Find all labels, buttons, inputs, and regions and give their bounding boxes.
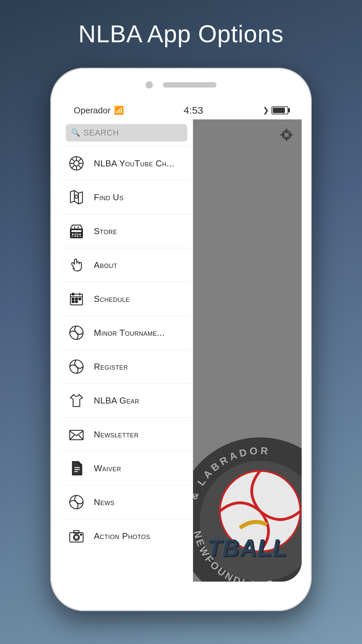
search-icon: 🔍 xyxy=(71,128,80,137)
svg-marker-10 xyxy=(70,191,82,204)
menu-label-register: Register xyxy=(94,362,128,372)
svg-point-43 xyxy=(74,535,78,539)
svg-rect-44 xyxy=(74,531,79,533)
search-bar[interactable]: 🔍 Search xyxy=(66,124,187,142)
menu-label-nlba-gear: NLBA Gear xyxy=(94,395,139,406)
svg-point-45 xyxy=(80,534,82,535)
right-panel: & LABRADOR NEWFOUNDLAND TBALL xyxy=(193,119,302,582)
menu-label-youtube: NLBA YouTube Ch... xyxy=(94,158,174,169)
menu-label-minor-tournament: Minor Tourname... xyxy=(94,328,165,338)
status-bar: Operador 📶 4:53 ❯ xyxy=(60,99,302,119)
sidebar-menu: 🔍 Search xyxy=(60,119,193,582)
svg-line-6 xyxy=(71,158,74,161)
status-bar-time: 4:53 xyxy=(184,105,203,116)
menu-item-find-us[interactable]: Find Us xyxy=(60,180,193,214)
envelope-icon xyxy=(67,425,86,444)
tball-text: TBALL xyxy=(193,535,302,561)
speaker-bar xyxy=(163,82,217,88)
menu-label-find-us: Find Us xyxy=(94,192,123,203)
menu-label-news: News xyxy=(94,497,115,507)
svg-rect-30 xyxy=(79,298,81,300)
svg-rect-31 xyxy=(72,301,74,303)
phone-screen: Operador 📶 4:53 ❯ 🔍 Search xyxy=(60,99,302,582)
store-icon xyxy=(67,222,86,240)
menu-label-store: Store xyxy=(94,226,117,236)
menu-item-action-photos[interactable]: Action Photos xyxy=(60,519,193,553)
battery-fill xyxy=(273,108,285,113)
status-bar-right: ❯ xyxy=(263,106,288,115)
menu-item-register[interactable]: Register xyxy=(60,350,193,383)
carrier-label: Operador xyxy=(74,105,111,116)
basketball-icon-2 xyxy=(67,357,86,376)
menu-item-youtube[interactable]: NLBA YouTube Ch... xyxy=(60,146,193,180)
menu-item-store[interactable]: Store xyxy=(60,214,193,248)
front-camera xyxy=(145,81,153,89)
youtube-icon xyxy=(67,154,86,173)
search-placeholder: Search xyxy=(83,128,119,138)
phone-shell: Operador 📶 4:53 ❯ 🔍 Search xyxy=(50,68,312,611)
battery-icon xyxy=(272,106,288,114)
settings-button[interactable] xyxy=(277,125,296,144)
menu-label-newsletter: Newsletter xyxy=(94,429,139,440)
wifi-icon: 📶 xyxy=(114,106,124,115)
menu-label-action-photos: Action Photos xyxy=(94,531,150,541)
svg-rect-29 xyxy=(75,298,77,300)
document-icon xyxy=(67,459,86,478)
page-title: NLBA App Options xyxy=(78,20,284,48)
menu-label-schedule: Schedule xyxy=(94,294,130,304)
menu-item-news[interactable]: News xyxy=(60,485,193,519)
phone-top-details xyxy=(60,78,302,92)
svg-point-13 xyxy=(75,195,78,198)
schedule-icon xyxy=(67,289,86,308)
basketball-icon-1 xyxy=(67,323,86,342)
menu-label-waiver: Waiver xyxy=(94,463,121,474)
svg-line-8 xyxy=(71,166,74,169)
menu-item-waiver[interactable]: Waiver xyxy=(60,451,193,485)
svg-rect-28 xyxy=(72,298,74,300)
camera-icon xyxy=(67,527,86,545)
map-icon xyxy=(67,188,86,207)
shirt-icon xyxy=(67,391,86,410)
svg-line-7 xyxy=(79,166,82,169)
svg-rect-32 xyxy=(75,301,77,303)
menu-item-nlba-gear[interactable]: NLBA Gear xyxy=(60,383,193,417)
hand-pointer-icon xyxy=(67,256,86,274)
svg-point-1 xyxy=(74,161,79,166)
menu-item-minor-tournament[interactable]: Minor Tourname... xyxy=(60,316,193,350)
svg-rect-36 xyxy=(70,430,83,440)
menu-item-schedule[interactable]: Schedule xyxy=(60,282,193,316)
app-content: 🔍 Search xyxy=(60,119,302,582)
menu-item-newsletter[interactable]: Newsletter xyxy=(60,417,193,451)
menu-item-about[interactable]: About xyxy=(60,248,193,282)
location-icon: ❯ xyxy=(263,106,269,115)
status-bar-left: Operador 📶 xyxy=(74,105,124,116)
basketball-icon-3 xyxy=(67,493,86,512)
svg-line-9 xyxy=(79,158,82,161)
menu-label-about: About xyxy=(94,260,117,270)
svg-point-46 xyxy=(284,132,289,138)
